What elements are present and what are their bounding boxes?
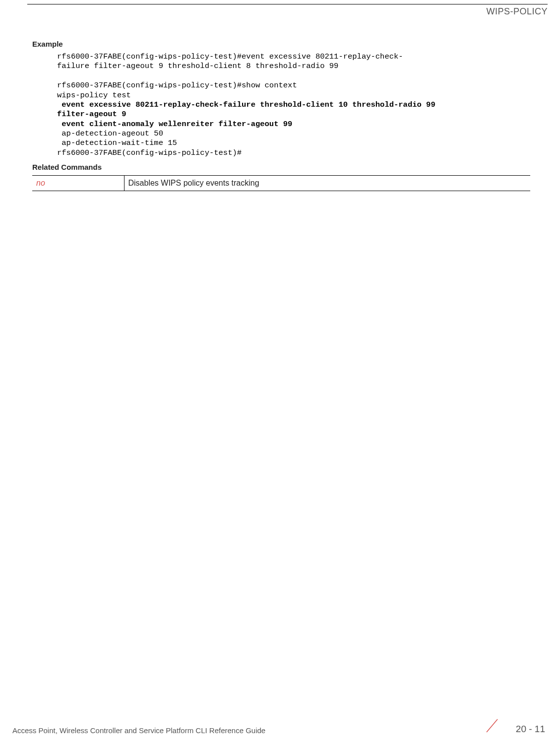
code-line-bold: filter-ageout 9 — [57, 110, 126, 119]
table-row: no Disables WIPS policy events tracking — [32, 176, 530, 191]
header-title: WIPS-POLICY — [486, 6, 548, 17]
code-line: rfs6000-37FABE(config-wips-policy-test)#… — [57, 52, 403, 61]
related-commands-heading: Related Commands — [32, 163, 530, 171]
page-number: 20 - 11 — [516, 724, 545, 735]
code-line: ap-detection-wait-time 15 — [57, 138, 177, 147]
code-line: ap-detection-ageout 50 — [57, 129, 163, 138]
footer-guide-title: Access Point, Wireless Controller and Se… — [12, 726, 265, 735]
page-footer: Access Point, Wireless Controller and Se… — [12, 717, 545, 737]
example-heading: Example — [32, 40, 530, 48]
code-line-bold: event client-anomaly wellenreiter filter… — [57, 120, 292, 129]
code-line: rfs6000-37FABE(config-wips-policy-test)#… — [57, 81, 297, 90]
code-example: rfs6000-37FABE(config-wips-policy-test)#… — [57, 52, 530, 158]
svg-line-0 — [487, 719, 498, 732]
header-divider — [27, 4, 548, 4]
command-name-cell: no — [32, 176, 124, 191]
code-line: rfs6000-37FABE(config-wips-policy-test)# — [57, 148, 242, 157]
code-line-bold: event excessive 80211-replay-check-failu… — [57, 100, 440, 109]
command-desc-cell: Disables WIPS policy events tracking — [124, 176, 530, 191]
code-line: failure filter-ageout 9 threshold-client… — [57, 62, 338, 70]
main-content: Example rfs6000-37FABE(config-wips-polic… — [32, 40, 530, 191]
footer-slash-icon — [485, 718, 499, 733]
related-commands-table: no Disables WIPS policy events tracking — [32, 175, 530, 191]
code-line: wips-policy test — [57, 91, 131, 100]
